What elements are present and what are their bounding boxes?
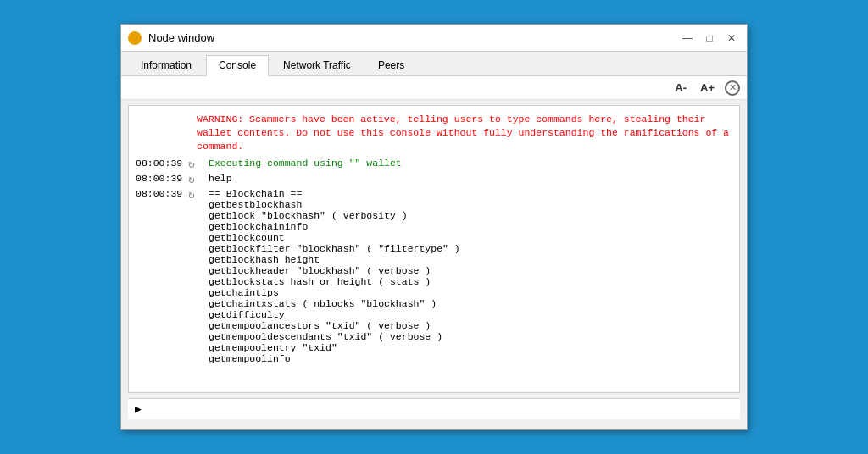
window-title: Node window xyxy=(148,31,679,44)
console-input[interactable] xyxy=(147,403,733,415)
console-input-row: ▶ xyxy=(128,398,740,419)
console-area: WARNING: Scammers have been active, tell… xyxy=(128,105,740,393)
maximize-button[interactable]: □ xyxy=(701,30,718,47)
log-content-1: Executing command using "" wallet xyxy=(205,158,739,169)
console-close-button[interactable]: ✕ xyxy=(725,80,740,96)
console-toolbar: A- A+ ✕ xyxy=(121,76,747,100)
tab-console[interactable]: Console xyxy=(206,55,269,76)
log-content-3: == Blockchain == getbestblockhash getblo… xyxy=(205,188,739,364)
log-time-2: 08:00:39 xyxy=(129,173,188,184)
window-controls: — □ ✕ xyxy=(679,30,740,47)
node-window: Node window — □ ✕ Information Console Ne… xyxy=(120,24,748,430)
console-prompt: ▶ xyxy=(135,402,142,416)
log-time-1: 08:00:39 xyxy=(129,158,188,169)
log-content-2: help xyxy=(205,173,739,184)
log-line-3: 08:00:39 ↻ == Blockchain == getbestblock… xyxy=(129,187,739,365)
tab-bar: Information Console Network Traffic Peer… xyxy=(121,52,747,76)
log-line-1: 08:00:39 ↻ Executing command using "" wa… xyxy=(129,157,739,172)
refresh-icon-2: ↻ xyxy=(188,173,205,186)
title-bar: Node window — □ ✕ xyxy=(121,25,747,52)
tab-network-traffic[interactable]: Network Traffic xyxy=(270,55,364,75)
log-time-3: 08:00:39 xyxy=(129,188,188,199)
console-output[interactable]: WARNING: Scammers have been active, tell… xyxy=(129,106,739,392)
log-line-2: 08:00:39 ↻ help xyxy=(129,172,739,187)
tab-information[interactable]: Information xyxy=(128,55,204,75)
font-increase-button[interactable]: A+ xyxy=(697,80,718,96)
close-button[interactable]: ✕ xyxy=(723,30,740,47)
minimize-button[interactable]: — xyxy=(679,30,696,47)
tab-peers[interactable]: Peers xyxy=(365,55,417,75)
console-warning: WARNING: Scammers have been active, tell… xyxy=(129,109,739,157)
font-decrease-button[interactable]: A- xyxy=(671,80,690,96)
refresh-icon-1: ↻ xyxy=(188,158,205,171)
window-icon xyxy=(128,31,142,45)
refresh-icon-3: ↻ xyxy=(188,188,205,202)
